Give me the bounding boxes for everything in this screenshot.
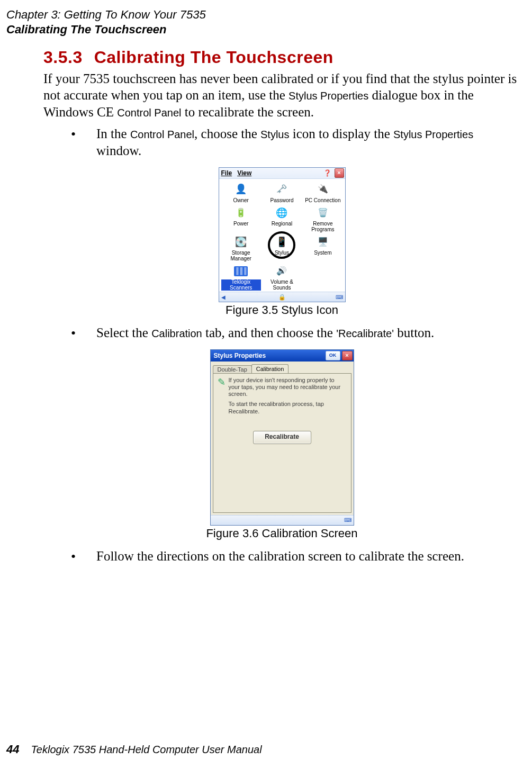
cp-item-power[interactable]: Power	[221, 205, 261, 232]
keyboard-icon[interactable]: ⌨	[344, 517, 351, 523]
ok-button[interactable]: OK	[326, 351, 340, 360]
tab-calibration[interactable]: Calibration	[251, 364, 289, 374]
titlebar: Stylus Properties OK ×	[211, 350, 354, 362]
tab-strip: Double-Tap Calibration	[211, 362, 354, 373]
b1l3: Stylus Properties	[393, 129, 473, 140]
section-line: Calibrating The Touchscreen	[6, 22, 206, 37]
cp-item-system[interactable]: System	[303, 234, 342, 261]
cp-item-label: Storage Manager	[221, 250, 261, 261]
volume-icon	[274, 264, 289, 278]
b1l1: Control Panel	[130, 129, 194, 140]
section-title: Calibrating The Touchscreen	[94, 48, 333, 67]
tab-pane: If your device isn't responding properly…	[213, 373, 351, 513]
b1l2: Stylus	[260, 129, 289, 140]
page-number: 44	[6, 743, 19, 756]
intro-paragraph: If your 7535 touchscreen has never been …	[43, 70, 520, 120]
cp-item-label: Regional	[272, 221, 292, 227]
help-icon[interactable]: ❓	[323, 169, 331, 177]
figure-stylus-icon: File View ❓ × OwnerPasswordPC Connection…	[43, 167, 520, 318]
cp-item-password[interactable]: Password	[262, 182, 302, 204]
b1p1: In the	[96, 127, 130, 141]
cp-item-owner[interactable]: Owner	[221, 182, 261, 204]
menu-view[interactable]: View	[237, 169, 251, 177]
tab-content: If your device isn't responding properly…	[213, 374, 351, 418]
cp-item-label: Remove Programs	[303, 221, 342, 232]
intro-p3: to recalibrate the screen.	[181, 105, 314, 119]
storage-icon	[233, 234, 248, 249]
pc-icon	[315, 182, 330, 197]
cp-item-label: Teklogix Scanners	[221, 279, 261, 291]
stylus-properties-window: Stylus Properties OK × Double-Tap Calibr…	[210, 349, 354, 526]
b2l1: Calibration	[151, 328, 202, 339]
cp-item-label: Password	[270, 198, 294, 204]
cp-item-volume-sounds[interactable]: Volume & Sounds	[262, 264, 302, 291]
b2p3: button.	[394, 326, 434, 340]
cp-item-regional[interactable]: Regional	[262, 205, 302, 232]
cp-item-stylus[interactable]: Stylus	[262, 234, 302, 261]
content-area: 3.5.3Calibrating The Touchscreen If your…	[43, 48, 520, 572]
stylus-illustration-icon	[218, 377, 226, 415]
b2p2: tab, and then choose the	[202, 326, 336, 340]
cp-item-label: Volume & Sounds	[262, 279, 302, 291]
left-arrow-icon: ◀	[221, 294, 226, 300]
window-title: Stylus Properties	[214, 352, 266, 359]
regional-icon	[274, 205, 289, 220]
chapter-line: Chapter 3: Getting To Know Your 7535	[6, 7, 206, 22]
b1p4: window.	[96, 143, 141, 158]
ui-label-control-panel: Control Panel	[117, 107, 181, 119]
cp-item-pc-connection[interactable]: PC Connection	[303, 182, 342, 204]
section-number: 3.5.3	[43, 48, 83, 67]
section-heading: 3.5.3Calibrating The Touchscreen	[43, 48, 520, 67]
calibration-desc-1: If your device isn't responding properly…	[229, 377, 347, 398]
cp-item-teklogix-scanners[interactable]: Teklogix Scanners	[221, 264, 261, 291]
b1p3: icon to display the	[290, 127, 394, 141]
lock-icon: 🔒	[278, 294, 286, 301]
ui-label-stylus-properties: Stylus Properties	[288, 90, 368, 102]
manual-title: Teklogix 7535 Hand-Held Computer User Ma…	[31, 744, 262, 755]
password-icon	[274, 182, 289, 197]
bullet-select-calibration: Select the Calibration tab, and then cho…	[71, 324, 520, 342]
control-panel-grid: OwnerPasswordPC ConnectionPowerRegionalR…	[219, 179, 345, 292]
cp-item-label: Owner	[233, 198, 248, 204]
recalibrate-button[interactable]: Recalibrate	[253, 431, 311, 444]
bullet-open-stylus: In the Control Panel, choose the Stylus …	[71, 125, 520, 160]
menu-file[interactable]: File	[221, 169, 232, 177]
figure-caption-1: Figure 3.5 Stylus Icon	[226, 303, 338, 317]
figure-calibration-screen: Stylus Properties OK × Double-Tap Calibr…	[43, 349, 520, 540]
figure-caption-2: Figure 3.6 Calibration Screen	[206, 527, 357, 540]
control-panel-window: File View ❓ × OwnerPasswordPC Connection…	[219, 167, 346, 303]
bullet-follow-directions: Follow the directions on the calibration…	[71, 548, 520, 565]
b2p1: Select the	[96, 326, 151, 340]
close-icon[interactable]: ×	[335, 168, 344, 178]
cp-item-label: PC Connection	[305, 198, 340, 204]
menubar: File View ❓ ×	[219, 168, 345, 179]
b3: Follow the directions on the calibration…	[96, 549, 464, 563]
page-footer: 44Teklogix 7535 Hand-Held Computer User …	[6, 743, 262, 756]
owner-icon	[233, 182, 248, 197]
system-icon	[315, 234, 330, 249]
close-icon[interactable]: ×	[342, 351, 353, 360]
stylus-icon	[274, 234, 289, 249]
b1p2: , choose the	[194, 127, 260, 141]
cp-item-label: Power	[233, 221, 248, 227]
page-header: Chapter 3: Getting To Know Your 7535 Cal…	[6, 7, 206, 37]
calibration-desc-2: To start the recalibration process, tap …	[229, 401, 347, 414]
statusbar: ⌨	[211, 515, 354, 525]
b2l2: 'Recalibrate'	[336, 328, 394, 339]
statusbar: ◀ 🔒 ⌨	[219, 292, 345, 302]
scan-icon	[233, 264, 248, 278]
cp-item-storage-manager[interactable]: Storage Manager	[221, 234, 261, 261]
power-icon	[233, 205, 248, 220]
cp-item-label: Stylus	[275, 250, 289, 256]
remove-icon	[315, 205, 330, 220]
cp-item-remove-programs[interactable]: Remove Programs	[303, 205, 342, 232]
keyboard-icon[interactable]: ⌨	[336, 294, 343, 300]
cp-item-label: System	[314, 250, 331, 256]
